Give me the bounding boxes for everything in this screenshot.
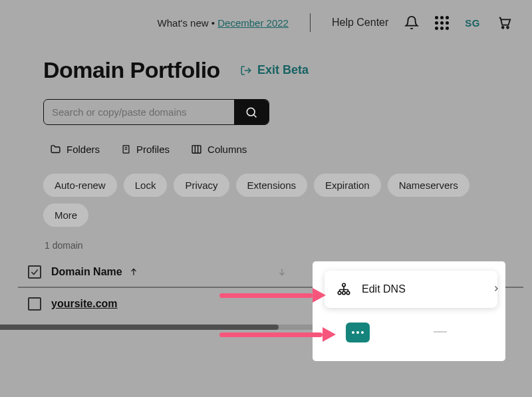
svg-point-13 — [342, 283, 346, 287]
search-input[interactable] — [44, 100, 234, 124]
svg-point-16 — [346, 291, 350, 295]
account-initials[interactable]: SG — [465, 17, 480, 29]
chevron-right-icon[interactable] — [492, 283, 500, 297]
whats-new-prefix: What's new • — [158, 17, 218, 29]
dns-icon — [336, 282, 351, 297]
filter-nameservers[interactable]: Nameservers — [388, 174, 469, 197]
svg-point-14 — [338, 291, 341, 295]
cart-icon[interactable] — [496, 15, 512, 30]
domain-count: 1 domain — [43, 240, 489, 251]
highlight-zone: Edit DNS — [313, 261, 505, 361]
whats-new: What's new • December 2022 — [158, 17, 289, 29]
sort-icon[interactable] — [277, 267, 287, 277]
edit-dns-label: Edit DNS — [362, 283, 406, 295]
columns-icon — [191, 144, 202, 155]
filter-lock[interactable]: Lock — [124, 174, 168, 197]
folders-button[interactable]: Folders — [50, 144, 100, 155]
search-bar — [43, 99, 269, 125]
filter-auto-renew[interactable]: Auto-renew — [43, 174, 117, 197]
profiles-button[interactable]: Profiles — [121, 144, 170, 155]
exit-icon — [240, 65, 252, 76]
whats-new-link[interactable]: December 2022 — [217, 17, 289, 29]
search-button[interactable] — [234, 100, 269, 124]
apps-grid-icon[interactable] — [435, 16, 449, 30]
folder-icon — [50, 144, 61, 155]
svg-point-0 — [502, 27, 504, 29]
help-center-link[interactable]: Help Center — [332, 17, 388, 29]
svg-rect-7 — [192, 146, 201, 153]
columns-button[interactable]: Columns — [191, 144, 247, 155]
filter-bar: Auto-renew Lock Privacy Extensions Expir… — [43, 174, 489, 227]
svg-line-3 — [254, 114, 257, 117]
page-title: Domain Portfolio — [43, 57, 220, 83]
top-header: What's new • December 2022 Help Center S… — [0, 0, 532, 39]
filter-extensions[interactable]: Extensions — [236, 174, 307, 197]
row-checkbox[interactable] — [28, 297, 41, 311]
checkmark-icon — [30, 267, 39, 277]
search-icon — [245, 106, 258, 119]
notifications-bell-icon[interactable] — [404, 15, 419, 30]
divider — [310, 13, 311, 32]
placeholder-dash — [434, 331, 447, 332]
column-header-domain-name[interactable]: Domain Name — [51, 266, 138, 278]
exit-beta-button[interactable]: Exit Beta — [240, 63, 309, 77]
toolbar: Folders Profiles Columns — [43, 144, 489, 155]
edit-dns-menu-item[interactable]: Edit DNS — [325, 271, 497, 308]
svg-point-15 — [342, 291, 346, 295]
annotation-arrow — [219, 327, 336, 342]
filter-more[interactable]: More — [43, 203, 88, 227]
sort-asc-icon — [129, 267, 138, 277]
svg-point-1 — [507, 27, 509, 29]
domain-link[interactable]: yoursite.com — [51, 298, 118, 310]
more-actions-button[interactable] — [346, 323, 370, 342]
profiles-icon — [121, 144, 131, 155]
annotation-arrow — [219, 288, 326, 303]
svg-point-2 — [247, 108, 255, 116]
exit-beta-label: Exit Beta — [257, 63, 309, 77]
filter-privacy[interactable]: Privacy — [174, 174, 229, 197]
select-all-checkbox[interactable] — [28, 265, 41, 279]
filter-expiration[interactable]: Expiration — [314, 174, 381, 197]
